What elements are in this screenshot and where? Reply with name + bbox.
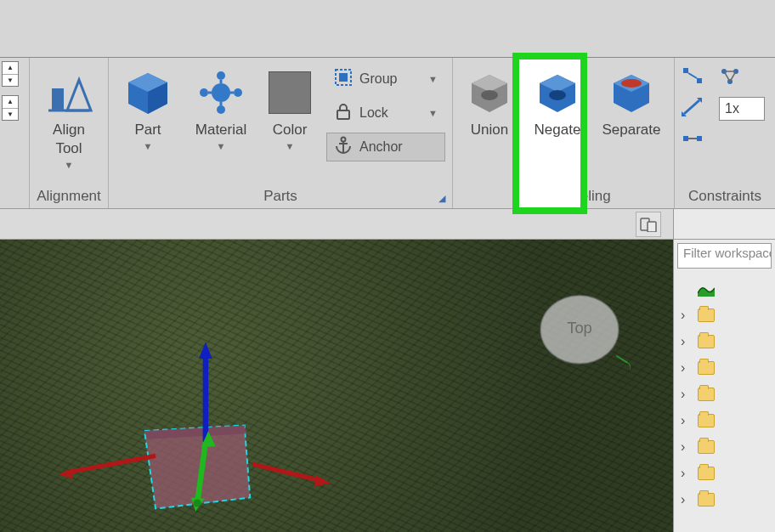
world-icon — [698, 281, 715, 297]
tree-row-folder[interactable]: › — [676, 460, 773, 486]
explorer-panel: Filter workspace › › › › › › › › — [673, 240, 775, 532]
content-area: Top Y Filter workspace › › › › › › › › — [0, 240, 775, 532]
svg-rect-39 — [697, 136, 702, 141]
dropdown-arrow-icon: ▼ — [428, 108, 438, 118]
anchor-button[interactable]: Anchor — [326, 133, 445, 161]
svg-line-35 — [684, 100, 699, 114]
anchor-label: Anchor — [359, 139, 403, 155]
lock-label: Lock — [359, 105, 388, 121]
separate-button[interactable]: Separate — [596, 61, 667, 139]
lock-icon — [334, 102, 353, 124]
group-button[interactable]: Group ▼ — [326, 65, 445, 93]
negate-icon — [535, 66, 580, 119]
tree-row-folder[interactable]: › — [676, 302, 773, 328]
part-button[interactable]: Part ▼ — [116, 61, 180, 151]
part-icon — [125, 66, 171, 119]
constraint-icon-1[interactable] — [682, 66, 704, 88]
dropdown-arrow-icon: ▼ — [144, 141, 153, 151]
part-label: Part — [134, 121, 161, 139]
expand-icon[interactable]: › — [681, 334, 693, 349]
folder-icon — [698, 335, 715, 348]
align-tool-label: Align Tool — [53, 121, 85, 158]
svg-rect-30 — [697, 78, 702, 83]
device-preview-button[interactable] — [636, 212, 661, 237]
svg-rect-15 — [339, 73, 348, 82]
group-label-hidden — [2, 184, 24, 207]
expand-icon[interactable]: › — [681, 492, 693, 507]
expand-icon[interactable]: › — [681, 360, 693, 376]
svg-rect-16 — [337, 110, 349, 119]
negate-button[interactable]: Negate — [528, 61, 587, 139]
align-tool-button[interactable]: Align Tool ▼ — [37, 61, 101, 170]
svg-point-7 — [234, 88, 242, 97]
dropdown-arrow-icon: ▼ — [428, 74, 438, 84]
parts-launcher-icon[interactable]: ◢ — [435, 191, 449, 205]
group-label-alignment: Alignment — [37, 184, 101, 207]
dropdown-arrow-icon: ▼ — [217, 141, 226, 151]
view-cube-label: Top — [567, 319, 592, 337]
separate-label: Separate — [602, 121, 661, 139]
svg-point-28 — [621, 79, 642, 88]
panel-header-gap — [673, 209, 775, 240]
view-cube[interactable]: Top Y — [529, 291, 631, 376]
tree-row-folder[interactable]: › — [676, 381, 773, 407]
tree-row-world[interactable] — [676, 275, 773, 302]
svg-point-6 — [217, 71, 225, 80]
device-icon — [640, 217, 657, 232]
spinner-2[interactable]: ▲▼ — [2, 95, 19, 121]
selected-part[interactable] — [127, 359, 306, 503]
constraint-scale-icon[interactable] — [682, 98, 704, 120]
title-bar — [0, 0, 775, 58]
folder-icon — [698, 388, 715, 401]
svg-rect-38 — [683, 136, 688, 141]
svg-point-17 — [342, 138, 346, 142]
group-label: Group — [359, 71, 397, 87]
union-button[interactable]: Union — [460, 61, 519, 139]
union-icon — [467, 66, 512, 119]
svg-rect-42 — [648, 222, 656, 232]
folder-icon — [698, 440, 715, 454]
group-label-solid: Solid Modeling — [460, 184, 667, 207]
viewport-3d[interactable]: Top Y — [0, 240, 673, 532]
group-icon — [334, 68, 353, 90]
constraint-scale-input[interactable] — [719, 97, 765, 121]
color-label: Color — [273, 121, 308, 139]
expand-icon[interactable]: › — [681, 413, 693, 428]
expand-icon[interactable]: › — [681, 439, 693, 455]
svg-rect-1 — [52, 88, 64, 110]
svg-rect-29 — [683, 68, 688, 73]
group-parts: Part ▼ Materi — [109, 58, 453, 208]
dropdown-arrow-icon: ▼ — [286, 141, 295, 151]
expand-icon[interactable]: › — [681, 387, 693, 402]
tree-row-folder[interactable]: › — [676, 433, 773, 460]
spinner-1[interactable]: ▲▼ — [2, 61, 19, 87]
folder-icon — [698, 493, 715, 507]
constraint-icon-2[interactable] — [719, 66, 741, 88]
folder-icon — [698, 361, 715, 375]
tree-row-folder[interactable]: › — [676, 486, 773, 512]
tree-row-folder[interactable]: › — [676, 328, 773, 354]
tree-row-folder[interactable]: › — [676, 354, 773, 381]
filter-workspace-input[interactable]: Filter workspace — [677, 243, 772, 269]
tree-row-folder[interactable]: › — [676, 407, 773, 433]
svg-point-5 — [212, 83, 230, 102]
svg-point-9 — [200, 88, 208, 97]
separate-icon — [608, 66, 654, 119]
material-label: Material — [195, 121, 246, 139]
expand-icon[interactable]: › — [681, 308, 693, 323]
material-button[interactable]: Material ▼ — [189, 61, 253, 151]
union-label: Union — [471, 121, 508, 139]
svg-point-25 — [549, 90, 566, 100]
svg-point-50 — [194, 499, 201, 507]
anchor-icon — [334, 136, 353, 158]
lock-button[interactable]: Lock ▼ — [326, 99, 445, 127]
constraint-icon-3[interactable] — [682, 129, 704, 151]
explorer-tree[interactable]: › › › › › › › › — [674, 272, 775, 532]
svg-point-8 — [217, 105, 225, 114]
color-button[interactable]: Color ▼ — [262, 61, 318, 151]
svg-point-22 — [481, 90, 498, 100]
terrain — [0, 240, 673, 532]
folder-icon — [698, 414, 715, 427]
expand-icon[interactable]: › — [681, 466, 693, 481]
ribbon: ▲▼ ▲▼ Align Tool ▼ Alignment — [0, 58, 775, 209]
